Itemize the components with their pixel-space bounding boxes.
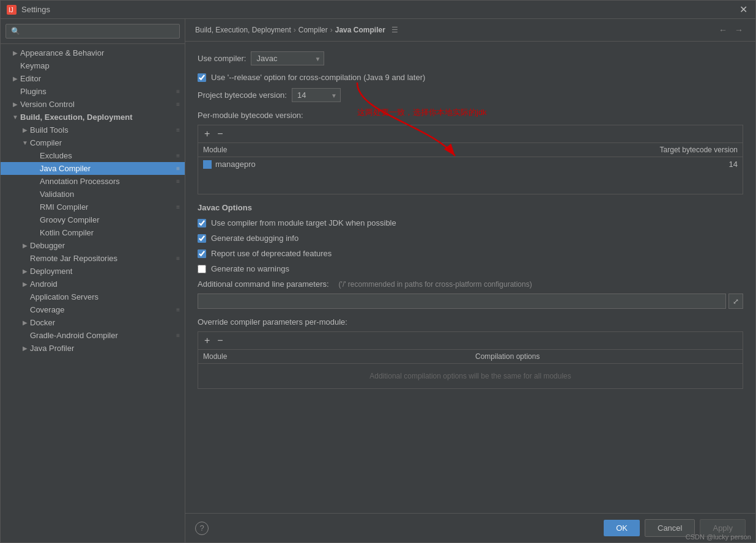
- plugin-icon: ≡: [176, 88, 180, 95]
- arrow-icon: ▶: [10, 50, 20, 56]
- search-input[interactable]: [6, 24, 180, 39]
- help-button[interactable]: ?: [195, 522, 209, 535]
- sidebar-item-java-compiler[interactable]: ▶ Java Compiler ≡: [1, 162, 185, 175]
- sidebar-item-label: Coverage: [30, 305, 176, 314]
- arrow-icon: ▶: [20, 345, 30, 352]
- module-name: managepro: [215, 160, 256, 169]
- main-panel: Build, Execution, Deployment › Compiler …: [185, 19, 755, 542]
- table-row[interactable]: managepro 14: [198, 157, 743, 171]
- override-remove-button[interactable]: −: [215, 334, 225, 347]
- override-table-body: Additional compilation options will be t…: [198, 364, 743, 388]
- sidebar-item-build-execution[interactable]: ▼ Build, Execution, Deployment: [1, 111, 185, 124]
- opt2-label[interactable]: Generate debugging info: [211, 234, 298, 243]
- opt2-checkbox[interactable]: [198, 234, 206, 243]
- sidebar-item-label: Groovy Compiler: [40, 215, 180, 224]
- nav-forward-button[interactable]: →: [732, 24, 746, 36]
- breadcrumb-part2: Compiler: [298, 26, 328, 34]
- override-add-button[interactable]: +: [202, 334, 212, 347]
- sidebar-item-label: RMI Compiler: [40, 202, 176, 212]
- override-hint-text: Additional compilation options will be t…: [369, 372, 571, 380]
- close-button[interactable]: ✕: [737, 4, 749, 16]
- breadcrumb-sep1: ›: [294, 26, 296, 34]
- per-module-label: Per-module bytecode version:: [198, 111, 743, 120]
- use-compiler-select-wrapper: Javac Eclipse Ajc ▼: [251, 51, 324, 65]
- additional-cmd-input-row: ⤢: [198, 294, 743, 309]
- sidebar-item-annotation-processors[interactable]: ▶ Annotation Processors ≡: [1, 175, 185, 188]
- svg-text:IJ: IJ: [9, 7, 13, 13]
- arrow-expanded-icon: ▼: [20, 139, 30, 146]
- opt4-label[interactable]: Generate no warnings: [211, 264, 289, 273]
- nav-back-button[interactable]: ←: [716, 24, 730, 36]
- arrow-icon: ▶: [20, 268, 30, 275]
- version-cell: 14: [628, 160, 738, 169]
- sidebar-item-appearance[interactable]: ▶ Appearance & Behavior: [1, 46, 185, 59]
- sidebar-item-editor[interactable]: ▶ Editor: [1, 72, 185, 85]
- additional-cmd-section: Additional command line parameters: ('/'…: [198, 279, 743, 309]
- sidebar-item-label: Annotation Processors: [40, 177, 176, 186]
- sidebar-item-debugger[interactable]: ▶ Debugger: [1, 239, 185, 252]
- additional-cmd-header: Additional command line parameters: ('/'…: [198, 279, 743, 291]
- bottom-bar: ? OK Cancel Apply: [185, 513, 755, 542]
- arrow-icon: ▶: [20, 319, 30, 326]
- sidebar-item-android[interactable]: ▶ Android: [1, 278, 185, 290]
- settings-window: IJ Settings ✕ ▶ Appearance & Behavior ▶: [0, 0, 756, 543]
- cmd-expand-button[interactable]: ⤢: [728, 294, 743, 309]
- sidebar-item-kotlin-compiler[interactable]: ▶ Kotlin Compiler: [1, 226, 185, 239]
- arrow-icon: ▶: [20, 127, 30, 133]
- sidebar-item-label: Build Tools: [30, 125, 176, 135]
- sidebar-item-java-profiler[interactable]: ▶ Java Profiler: [1, 342, 185, 355]
- opt4-row: Generate no warnings: [198, 264, 743, 273]
- sidebar-item-application-servers[interactable]: ▶ Application Servers: [1, 290, 185, 303]
- module-cell: managepro: [203, 160, 628, 169]
- additional-cmd-label: Additional command line parameters:: [198, 279, 329, 289]
- sidebar-item-gradle-android[interactable]: ▶ Gradle-Android Compiler ≡: [1, 329, 185, 342]
- sidebar-item-excludes[interactable]: ▶ Excludes ≡: [1, 149, 185, 162]
- opt1-checkbox[interactable]: [198, 219, 206, 227]
- additional-cmd-input[interactable]: [198, 294, 726, 309]
- sidebar-item-rmi-compiler[interactable]: ▶ RMI Compiler ≡: [1, 201, 185, 213]
- sidebar-item-remote-jar[interactable]: ▶ Remote Jar Repositories ≡: [1, 252, 185, 265]
- sidebar-item-label: Java Compiler: [40, 164, 176, 173]
- sidebar-item-label: Kotlin Compiler: [40, 228, 180, 237]
- sidebar-item-keymap[interactable]: ▶ Keymap: [1, 59, 185, 72]
- opt3-checkbox[interactable]: [198, 249, 206, 258]
- sidebar-item-label: Application Servers: [30, 292, 180, 301]
- use-compiler-select[interactable]: Javac Eclipse Ajc: [251, 51, 324, 65]
- ok-button[interactable]: OK: [604, 520, 640, 536]
- opt1-label[interactable]: Use compiler from module target JDK when…: [211, 218, 396, 227]
- plugin-icon: ≡: [176, 178, 180, 185]
- title-bar: IJ Settings ✕: [1, 1, 755, 19]
- sidebar-item-coverage[interactable]: ▶ Coverage ≡: [1, 303, 185, 316]
- use-compiler-label: Use compiler:: [198, 54, 246, 63]
- opt4-checkbox[interactable]: [198, 265, 206, 273]
- sidebar-item-plugins[interactable]: ▶ Plugins ≡: [1, 85, 185, 98]
- opt3-label[interactable]: Report use of deprecated features: [211, 249, 332, 258]
- sidebar-item-label: Editor: [20, 74, 180, 83]
- sidebar-item-version-control[interactable]: ▶ Version Control ≡: [1, 98, 185, 111]
- main-content: ▶ Appearance & Behavior ▶ Keymap ▶ Edito…: [1, 19, 755, 542]
- breadcrumb-bar: Build, Execution, Deployment › Compiler …: [185, 19, 755, 42]
- override-table-header: Module Compilation options: [198, 350, 743, 364]
- project-bytecode-select[interactable]: 14 13 12 11 8: [292, 88, 341, 102]
- sidebar-item-label: Docker: [30, 318, 180, 327]
- per-module-remove-button[interactable]: −: [215, 128, 225, 140]
- breadcrumb-menu-icon[interactable]: ☰: [391, 26, 398, 34]
- sidebar-item-label: Compiler: [30, 138, 180, 147]
- plugin-icon: ≡: [176, 165, 180, 172]
- opt2-row: Generate debugging info: [198, 234, 743, 243]
- sidebar-item-deployment[interactable]: ▶ Deployment: [1, 265, 185, 278]
- sidebar-item-label: Android: [30, 279, 180, 289]
- window-title: Settings: [21, 5, 737, 14]
- arrow-expanded-icon: ▼: [10, 114, 20, 120]
- sidebar-item-docker[interactable]: ▶ Docker: [1, 316, 185, 329]
- sidebar-item-validation[interactable]: ▶ Validation: [1, 188, 185, 201]
- sidebar-item-build-tools[interactable]: ▶ Build Tools ≡: [1, 124, 185, 136]
- release-option-label[interactable]: Use '--release' option for cross-compila…: [211, 73, 425, 82]
- per-module-add-button[interactable]: +: [202, 128, 212, 140]
- release-option-checkbox[interactable]: [198, 73, 206, 82]
- sidebar-item-label: Java Profiler: [30, 344, 180, 353]
- override-toolbar: + −: [198, 332, 743, 350]
- sidebar-item-groovy-compiler[interactable]: ▶ Groovy Compiler: [1, 213, 185, 226]
- sidebar-item-compiler[interactable]: ▼ Compiler: [1, 136, 185, 149]
- sidebar-item-label: Version Control: [20, 100, 176, 109]
